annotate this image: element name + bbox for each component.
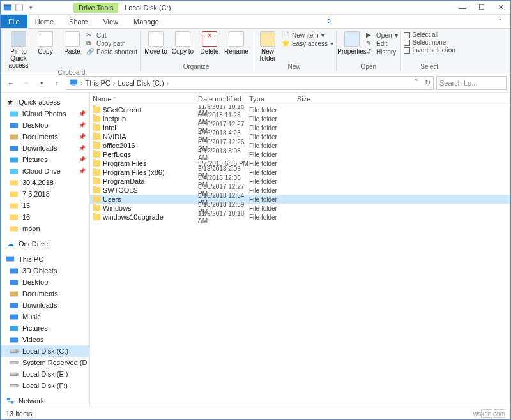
refresh-icon[interactable]: ↻ bbox=[421, 79, 431, 87]
search-input[interactable]: Search Lo... bbox=[436, 76, 507, 90]
invert-selection-button[interactable]: Invert selection bbox=[404, 47, 455, 54]
tab-home[interactable]: Home bbox=[27, 15, 61, 28]
file-row[interactable]: Program Files5/7/2018 6:36 PMFile folder bbox=[90, 159, 510, 168]
file-row[interactable]: Users5/18/2018 12:34 PMFile folder bbox=[90, 195, 510, 204]
rename-button[interactable]: Rename bbox=[224, 30, 249, 55]
nav-pc-item[interactable]: Desktop bbox=[1, 276, 89, 288]
navigation-pane[interactable]: ★Quick accessiCloud Photos📌Desktop📌Docum… bbox=[1, 93, 90, 407]
drive-tools-tab[interactable]: Drive Tools bbox=[73, 3, 118, 13]
ribbon-help-icon[interactable]: ? bbox=[319, 15, 339, 28]
nav-quick-access[interactable]: ★Quick access bbox=[1, 96, 89, 108]
nav-quick-item[interactable]: moon bbox=[1, 223, 89, 234]
nav-quick-item[interactable]: Pictures📌 bbox=[1, 154, 89, 165]
nav-onedrive[interactable]: ☁OneDrive bbox=[1, 238, 89, 250]
file-row[interactable]: $GetCurrent11/9/2017 10:18 AMFile folder bbox=[90, 105, 510, 114]
maximize-button[interactable]: ☐ bbox=[472, 1, 491, 15]
tab-file[interactable]: File bbox=[1, 15, 27, 28]
file-row[interactable]: Windows5/18/2018 12:59 PMFile folder bbox=[90, 204, 510, 213]
new-folder-button[interactable]: New folder bbox=[255, 30, 280, 62]
nav-quick-item[interactable]: 30.4.2018 bbox=[1, 177, 89, 188]
qat-dropdown-icon[interactable]: ▾ bbox=[26, 3, 35, 12]
ribbon: Pin to Quick access Copy Paste ✂Cut ⧉Cop… bbox=[1, 29, 510, 73]
nav-quick-item[interactable]: Desktop📌 bbox=[1, 119, 89, 131]
ribbon-collapse-icon[interactable]: ˄ bbox=[491, 15, 510, 28]
breadcrumb-thispc[interactable]: This PC bbox=[86, 79, 111, 87]
copy-to-button[interactable]: Copy to bbox=[170, 30, 195, 55]
file-row[interactable]: inetpub5/4/2018 11:28 AMFile folder bbox=[90, 114, 510, 123]
pin-icon: 📌 bbox=[79, 110, 86, 117]
breadcrumb-local-disk[interactable]: Local Disk (C:) bbox=[118, 79, 164, 87]
file-row[interactable]: windows10upgrade11/9/2017 10:18 AMFile f… bbox=[90, 213, 510, 221]
nav-pc-item[interactable]: Pictures bbox=[1, 322, 89, 334]
nav-quick-item[interactable]: Documents📌 bbox=[1, 131, 89, 142]
col-size[interactable]: Size bbox=[297, 95, 335, 103]
nav-forward-button[interactable]: → bbox=[20, 77, 33, 89]
nav-pc-item[interactable]: Local Disk (E:) bbox=[1, 368, 89, 380]
nav-recent-button[interactable]: ▾ bbox=[35, 77, 48, 89]
nav-pc-item[interactable]: Local Disk (C:) bbox=[1, 345, 89, 357]
cut-button[interactable]: ✂Cut bbox=[86, 31, 137, 39]
nav-this-pc[interactable]: This PC bbox=[1, 253, 89, 265]
copy-path-label: Copy path bbox=[96, 40, 126, 47]
easy-access-button[interactable]: ⭐Easy access ▾ bbox=[282, 40, 333, 47]
copy-path-button[interactable]: ⧉Copy path bbox=[86, 40, 137, 47]
edit-button[interactable]: ✎Edit bbox=[366, 40, 397, 47]
move-to-button[interactable]: Move to bbox=[143, 30, 169, 55]
nav-back-button[interactable]: ← bbox=[4, 77, 17, 89]
file-type: File folder bbox=[249, 107, 297, 114]
paste-shortcut-button[interactable]: 🔗Paste shortcut bbox=[86, 48, 137, 56]
file-row[interactable]: PerfLogs4/12/2018 5:08 AMFile folder bbox=[90, 150, 510, 159]
nav-pc-item[interactable]: System Reserved (D bbox=[1, 357, 89, 368]
close-button[interactable]: ✕ bbox=[491, 1, 510, 15]
svg-rect-1 bbox=[4, 4, 11, 6]
nav-pc-item[interactable]: Local Disk (F:) bbox=[1, 380, 89, 391]
col-name[interactable]: Name ˄ bbox=[93, 95, 198, 103]
nav-quick-item[interactable]: iCloud Drive📌 bbox=[1, 165, 89, 177]
paste-button[interactable]: Paste bbox=[59, 30, 85, 55]
pin-quick-access-button[interactable]: Pin to Quick access bbox=[6, 30, 31, 69]
nav-pc-item[interactable]: Videos bbox=[1, 334, 89, 345]
file-row[interactable]: office20168/30/2017 12:26 PMFile folder bbox=[90, 141, 510, 150]
history-button[interactable]: ↺History bbox=[366, 48, 397, 56]
tab-share[interactable]: Share bbox=[61, 15, 95, 28]
select-all-button[interactable]: Select all bbox=[404, 31, 455, 38]
nav-network[interactable]: Network bbox=[1, 395, 89, 407]
new-item-button[interactable]: 📄New item ▾ bbox=[282, 31, 333, 39]
properties-button[interactable]: Properties bbox=[339, 30, 365, 55]
nav-quick-item[interactable]: iCloud Photos📌 bbox=[1, 108, 89, 119]
col-type[interactable]: Type bbox=[249, 95, 297, 103]
delete-button[interactable]: ✕Delete bbox=[197, 30, 222, 55]
nav-up-button[interactable]: ↑ bbox=[50, 77, 63, 89]
open-button[interactable]: ▶Open ▾ bbox=[366, 31, 397, 39]
nav-pc-item[interactable]: Music bbox=[1, 311, 89, 322]
file-name: inetpub bbox=[103, 115, 126, 123]
nav-pc-item[interactable]: Downloads bbox=[1, 299, 89, 311]
nav-pc-item[interactable]: Documents bbox=[1, 288, 89, 299]
nav-quick-item[interactable]: 16 bbox=[1, 211, 89, 223]
tab-manage[interactable]: Manage bbox=[126, 15, 167, 28]
file-row[interactable]: Intel8/30/2017 12:27 PMFile folder bbox=[90, 123, 510, 132]
svg-rect-7 bbox=[10, 135, 18, 140]
nav-quick-item[interactable]: 7.5.2018 bbox=[1, 188, 89, 200]
minimize-button[interactable]: — bbox=[453, 1, 472, 15]
select-none-button[interactable]: Select none bbox=[404, 39, 455, 46]
nav-quick-item[interactable]: Downloads📌 bbox=[1, 142, 89, 154]
file-row[interactable]: NVIDIA4/26/2018 4:23 PMFile folder bbox=[90, 132, 510, 141]
tab-view[interactable]: View bbox=[95, 15, 126, 28]
col-date[interactable]: Date modified bbox=[198, 95, 249, 103]
folder-icon bbox=[93, 169, 100, 176]
nav-quick-item[interactable]: 15 bbox=[1, 200, 89, 211]
pin-icon: 📌 bbox=[79, 168, 86, 174]
column-headers[interactable]: Name ˄ Date modified Type Size bbox=[90, 93, 510, 105]
file-row[interactable]: SWTOOLS8/30/2017 12:27 PMFile folder bbox=[90, 186, 510, 195]
qat-save-icon[interactable] bbox=[15, 3, 24, 12]
addr-dropdown-icon[interactable]: ˅ bbox=[415, 79, 418, 87]
cut-icon: ✂ bbox=[86, 31, 94, 39]
ribbon-group-clipboard: Pin to Quick access Copy Paste ✂Cut ⧉Cop… bbox=[3, 30, 141, 71]
address-bar[interactable]: › This PC › Local Disk (C:) › ˅ ↻ bbox=[66, 76, 434, 90]
file-row[interactable]: ProgramData5/4/2018 12:06 PMFile folder bbox=[90, 177, 510, 186]
file-row[interactable]: Program Files (x86)5/18/2018 2:05 PMFile… bbox=[90, 168, 510, 177]
file-name: PerfLogs bbox=[103, 151, 131, 158]
nav-pc-item[interactable]: 3D Objects bbox=[1, 265, 89, 276]
copy-button[interactable]: Copy bbox=[33, 30, 58, 55]
